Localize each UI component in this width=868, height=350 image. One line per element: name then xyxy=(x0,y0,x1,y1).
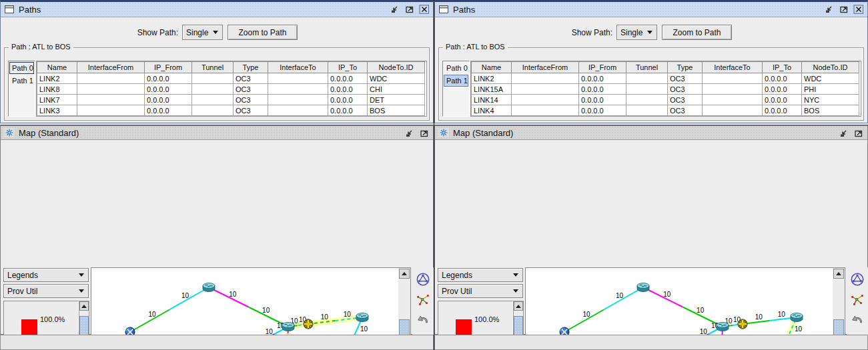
legend-threshold-label: 100.0% xyxy=(474,315,499,324)
restore-down-icon[interactable] xyxy=(389,4,401,14)
map-node-DET[interactable] xyxy=(304,319,313,329)
link-bandwidth-label: 10 xyxy=(755,313,763,321)
path-list-item-0[interactable]: Path 0 xyxy=(444,62,468,74)
table-cell: PHI xyxy=(802,84,859,95)
path-list-item-1[interactable]: Path 1 xyxy=(444,75,468,87)
table-row[interactable]: LINK30.0.0.0OC30.0.0.0BOS xyxy=(37,105,425,116)
link-bandwidth-label: 10 xyxy=(181,292,189,299)
topology-icon[interactable] xyxy=(414,292,432,309)
undo-icon[interactable] xyxy=(414,312,432,329)
restore-down-icon[interactable] xyxy=(823,4,835,14)
right-panel: Paths Show Path: Single Zoom to Path Pat… xyxy=(434,0,868,350)
path-links-table: NameInterfaceFromIP_FromTunnelTypeInterf… xyxy=(470,61,861,117)
show-path-combo[interactable]: Single xyxy=(182,25,223,40)
maximize-icon[interactable] xyxy=(853,128,865,138)
legends-combo[interactable]: Legends xyxy=(3,268,89,282)
chevron-down-icon xyxy=(513,273,518,277)
legends-combo[interactable]: Legends xyxy=(438,268,523,282)
table-cell: 0.0.0.0 xyxy=(145,73,192,84)
table-header-row: NameInterfaceFromIP_FromTunnelTypeInterf… xyxy=(37,62,425,73)
restore-down-icon[interactable] xyxy=(404,128,416,138)
prov-util-combo[interactable]: Prov Util xyxy=(3,284,89,298)
window-buttons xyxy=(404,128,430,138)
column-header: Tunnel xyxy=(626,62,668,73)
map-window-title: Map (Standard) xyxy=(18,128,83,138)
table-cell: LINK14 xyxy=(472,95,512,105)
topology-icon[interactable] xyxy=(849,292,866,309)
status-strip xyxy=(0,335,434,350)
table-cell xyxy=(703,73,763,84)
left-panel: Paths Show Path: Single Zoom to Path Pat… xyxy=(0,0,434,350)
table-cell: 0.0.0.0 xyxy=(763,95,802,105)
column-header: NodeTo.ID xyxy=(802,62,859,73)
table-cell: 0.0.0.0 xyxy=(145,95,192,105)
maximize-icon[interactable] xyxy=(404,4,416,14)
table-cell xyxy=(512,95,579,105)
table-cell: OC3 xyxy=(668,84,703,95)
table-row[interactable]: LINK140.0.0.0OC30.0.0.0NYC xyxy=(472,95,859,105)
table-cell: LINK15A xyxy=(472,84,512,95)
undo-icon[interactable] xyxy=(849,312,866,329)
map-link-N1-N2[interactable] xyxy=(169,287,209,310)
layout-icon[interactable] xyxy=(849,271,866,288)
table-cell xyxy=(626,105,668,116)
scroll-up-icon[interactable] xyxy=(79,301,89,311)
link-bandwidth-label: 10 xyxy=(778,311,786,318)
maximize-icon[interactable] xyxy=(838,4,850,14)
show-path-combo[interactable]: Single xyxy=(616,25,657,40)
table-row[interactable]: LINK15A0.0.0.0OC30.0.0.0PHI xyxy=(472,84,859,95)
path-list: Path 0Path 1 xyxy=(442,61,470,117)
path-list-item-0[interactable]: Path 0 xyxy=(9,62,34,74)
legend-threshold-label: 100.0% xyxy=(40,315,65,324)
column-header: IP_From xyxy=(579,62,626,73)
link-bandwidth-label: 10 xyxy=(616,292,624,299)
maximize-icon[interactable] xyxy=(418,128,430,138)
table-cell: 0.0.0.0 xyxy=(579,84,626,95)
prov-util-combo-value: Prov Util xyxy=(4,287,76,296)
table-cell: 0.0.0.0 xyxy=(145,84,192,95)
paths-window: Paths Show Path: Single Zoom to Path Pat… xyxy=(0,0,434,123)
table-row[interactable]: LINK20.0.0.0OC30.0.0.0WDC xyxy=(37,73,425,84)
map-link-N1-N2[interactable] xyxy=(604,287,643,310)
zoom-to-path-button[interactable]: Zoom to Path xyxy=(228,25,298,40)
table-cell: LINK2 xyxy=(472,73,512,84)
window-icon xyxy=(438,5,449,14)
table-cell: WDC xyxy=(802,73,859,84)
chevron-down-icon xyxy=(79,273,84,277)
map-node-BOS[interactable] xyxy=(356,313,368,322)
table-cell xyxy=(77,73,145,84)
map-node-BOS[interactable] xyxy=(791,313,803,322)
chevron-down-icon xyxy=(213,31,218,34)
map-node-N1[interactable] xyxy=(637,283,649,292)
column-header: IP_To xyxy=(763,62,802,73)
zoom-to-path-button[interactable]: Zoom to Path xyxy=(662,25,732,40)
column-header: Name xyxy=(37,62,77,73)
table-cell xyxy=(77,95,145,105)
close-icon[interactable] xyxy=(418,4,430,14)
prov-util-combo[interactable]: Prov Util xyxy=(438,284,523,298)
table-cell: 0.0.0.0 xyxy=(328,95,368,105)
layout-icon[interactable] xyxy=(414,271,432,288)
table-cell xyxy=(77,84,145,95)
map-node-N1[interactable] xyxy=(203,283,215,292)
table-cell: LINK7 xyxy=(37,95,77,105)
scroll-up-icon[interactable] xyxy=(399,269,410,279)
restore-down-icon[interactable] xyxy=(838,128,850,138)
map-node-CHI[interactable] xyxy=(717,323,729,331)
table-cell xyxy=(626,73,668,84)
scroll-up-icon[interactable] xyxy=(833,269,844,279)
show-path-value: Single xyxy=(183,28,210,37)
path-list-item-1[interactable]: Path 1 xyxy=(9,75,34,87)
table-row[interactable]: LINK20.0.0.0OC30.0.0.0WDC xyxy=(472,73,859,84)
close-icon[interactable] xyxy=(853,4,865,14)
scroll-up-icon[interactable] xyxy=(514,301,523,311)
table-row[interactable]: LINK80.0.0.0OC30.0.0.0CHI xyxy=(37,84,425,95)
legends-combo-value: Legends xyxy=(4,271,76,280)
column-header: InterfaceTo xyxy=(703,62,763,73)
table-cell: 0.0.0.0 xyxy=(328,73,368,84)
table-row[interactable]: LINK40.0.0.0OC30.0.0.0BOS xyxy=(472,105,859,116)
map-node-DET[interactable] xyxy=(738,319,747,329)
map-node-CHI[interactable] xyxy=(282,323,294,331)
table-row[interactable]: LINK70.0.0.0OC30.0.0.0DET xyxy=(37,95,425,105)
table-cell: CHI xyxy=(368,84,425,95)
